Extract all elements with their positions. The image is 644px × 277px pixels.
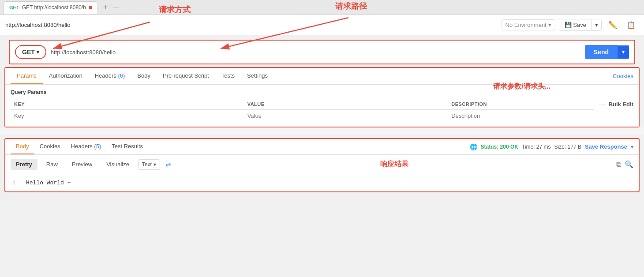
save-label: Save <box>573 22 586 28</box>
tab-method-label: GET <box>9 5 19 10</box>
key-column-header: KEY <box>11 99 244 110</box>
status-time: Time: 27 ms <box>522 144 551 150</box>
environment-selector[interactable]: No Environment ▾ <box>502 19 555 30</box>
url-bar-area: http://localhost:8080/hello No Environme… <box>0 15 644 35</box>
url-input[interactable] <box>51 46 580 58</box>
send-dropdown-button[interactable]: ▾ <box>618 45 629 59</box>
response-body: 1 Hello World ~ <box>5 174 639 191</box>
active-tab[interactable]: GET GET http://localhost:8080/h <box>4 1 98 14</box>
format-raw-button[interactable]: Raw <box>41 159 63 170</box>
request-bar: GET ▾ Send ▾ <box>9 40 635 64</box>
tab-headers[interactable]: Headers (6) <box>89 68 131 84</box>
resp-tab-headers[interactable]: Headers (5) <box>66 139 107 154</box>
tab-tests[interactable]: Tests <box>215 68 241 84</box>
tab-params[interactable]: Params <box>11 68 43 84</box>
save-button-group: 💾 Save ▾ <box>559 19 602 31</box>
resp-tab-cookies[interactable]: Cookies <box>34 139 66 154</box>
save-response-button[interactable]: Save Response <box>585 143 627 150</box>
response-annotation: 响应结果 <box>176 160 613 169</box>
save-response-arrow-icon: ▾ <box>631 144 633 150</box>
section-divider <box>0 127 644 135</box>
env-label: No Environment <box>505 22 547 28</box>
request-tabs-bar: Params Authorization Headers (6) Body Pr… <box>5 68 639 85</box>
query-params-section: Query Params KEY VALUE DESCRIPTION <box>5 85 639 127</box>
send-button-group: Send ▾ <box>585 45 629 59</box>
tab-settings[interactable]: Settings <box>241 68 274 84</box>
method-chevron-icon: ▾ <box>37 49 39 55</box>
status-ok: Status: 200 OK <box>481 144 518 150</box>
line-number: 1 <box>12 180 15 186</box>
format-pretty-button[interactable]: Pretty <box>11 159 37 170</box>
tab-bar: GET GET http://localhost:8080/h + ··· <box>0 0 644 15</box>
response-section: Body Cookies Headers (5) Test Results 🌐 … <box>4 138 640 192</box>
resp-tab-body[interactable]: Body <box>11 139 34 154</box>
key-input[interactable] <box>14 112 240 119</box>
description-input[interactable] <box>451 112 590 119</box>
format-bar: Pretty Raw Preview Visualize Text ▾ ⇌ 响应… <box>5 155 639 174</box>
word-wrap-button[interactable]: ⇌ <box>164 158 173 170</box>
tab-pre-request-script[interactable]: Pre-request Script <box>157 68 215 84</box>
new-tab-button[interactable]: + <box>101 3 111 12</box>
value-input[interactable] <box>247 112 445 119</box>
tab-title: GET http://localhost:8080/h <box>22 4 86 11</box>
tab-body[interactable]: Body <box>131 68 157 84</box>
status-size: Size: 177 B <box>554 144 581 150</box>
description-column-header: DESCRIPTION <box>448 99 593 110</box>
response-tabs-bar: Body Cookies Headers (5) Test Results 🌐 … <box>5 139 639 155</box>
value-column-header: VALUE <box>244 99 448 110</box>
send-button[interactable]: Send <box>585 45 618 59</box>
response-action-icons: ⧉ 🔍 <box>616 160 633 168</box>
tab-dot <box>89 6 92 9</box>
method-selector[interactable]: GET ▾ <box>15 45 46 59</box>
url-display: http://localhost:8080/hello <box>5 22 497 28</box>
more-icon[interactable]: ⋯ <box>599 101 605 108</box>
request-params-section: Params Authorization Headers (6) Body Pr… <box>4 67 640 127</box>
edit-icon-button[interactable]: ✏️ <box>605 19 620 31</box>
resp-tab-test-results[interactable]: Test Results <box>106 139 148 154</box>
tab-authorization[interactable]: Authorization <box>43 68 89 84</box>
format-type-chevron-icon: ▾ <box>154 161 156 168</box>
format-type-selector[interactable]: Text ▾ <box>138 159 160 170</box>
format-type-label: Text <box>142 161 152 168</box>
env-arrow-icon: ▾ <box>548 22 551 28</box>
share-icon-button[interactable]: 📋 <box>624 19 639 31</box>
method-label: GET <box>22 49 35 56</box>
globe-icon: 🌐 <box>470 143 477 150</box>
copy-response-button[interactable]: ⧉ <box>616 160 621 168</box>
format-visualize-button[interactable]: Visualize <box>101 159 135 170</box>
search-response-button[interactable]: 🔍 <box>625 160 633 168</box>
save-button[interactable]: 💾 Save <box>559 19 592 30</box>
bulk-edit-button[interactable]: Bulk Edit <box>609 101 633 108</box>
tab-more-button[interactable]: ··· <box>113 4 119 11</box>
table-row <box>11 110 594 122</box>
params-table: KEY VALUE DESCRIPTION <box>11 99 594 122</box>
save-disk-icon: 💾 <box>565 22 572 28</box>
response-status-bar: 🌐 Status: 200 OK Time: 27 ms Size: 177 B… <box>470 143 633 150</box>
response-content: Hello World ~ <box>26 180 71 186</box>
format-preview-button[interactable]: Preview <box>67 159 97 170</box>
cookies-link[interactable]: Cookies <box>613 73 633 79</box>
save-dropdown-button[interactable]: ▾ <box>592 19 601 30</box>
query-params-title: Query Params <box>11 89 633 95</box>
